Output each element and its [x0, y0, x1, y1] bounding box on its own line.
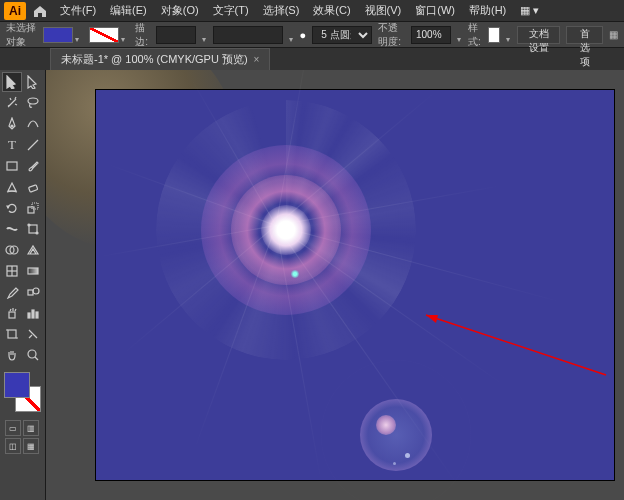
direct-selection-tool[interactable]	[23, 72, 43, 92]
menu-file[interactable]: 文件(F)	[54, 1, 102, 20]
style-dropdown-icon[interactable]	[506, 32, 511, 38]
slice-tool[interactable]	[23, 324, 43, 344]
flare-rays	[276, 225, 277, 226]
brush-input[interactable]	[213, 26, 283, 44]
svg-point-17	[33, 288, 39, 294]
fill-dropdown-icon[interactable]	[75, 32, 83, 38]
svg-point-0	[28, 98, 38, 104]
menu-help[interactable]: 帮助(H)	[463, 1, 512, 20]
type-tool[interactable]: T	[2, 135, 22, 155]
svg-point-1	[11, 125, 13, 127]
lasso-tool[interactable]	[23, 93, 43, 113]
menu-bar: Ai 文件(F) 编辑(E) 对象(O) 文字(T) 选择(S) 效果(C) 视…	[0, 0, 624, 22]
svg-line-26	[35, 357, 38, 360]
home-icon[interactable]	[32, 3, 48, 19]
stroke-weight-input[interactable]	[156, 26, 196, 44]
menu-object[interactable]: 对象(O)	[155, 1, 205, 20]
shaper-tool[interactable]	[2, 177, 22, 197]
svg-point-25	[28, 350, 36, 358]
tab-close-icon[interactable]: ×	[254, 54, 260, 65]
width-tool[interactable]	[2, 219, 22, 239]
document-tab[interactable]: 未标题-1* @ 100% (CMYK/GPU 预览) ×	[50, 48, 270, 70]
svg-rect-21	[36, 312, 38, 318]
svg-rect-3	[7, 162, 17, 170]
menu-type[interactable]: 文字(T)	[207, 1, 255, 20]
canvas-area[interactable]	[46, 70, 624, 500]
svg-marker-28	[426, 315, 438, 323]
curvature-tool[interactable]	[23, 114, 43, 134]
artboard[interactable]	[96, 90, 614, 480]
rectangle-tool[interactable]	[2, 156, 22, 176]
panel-toggle-icon[interactable]: ▦	[609, 29, 618, 40]
svg-rect-4	[29, 185, 38, 192]
selection-tool[interactable]	[2, 72, 22, 92]
graph-tool[interactable]	[23, 303, 43, 323]
draw-mode-b[interactable]: ▥	[23, 420, 39, 436]
menu-arrange[interactable]: ▦ ▾	[514, 2, 545, 19]
svg-rect-7	[29, 225, 37, 233]
svg-rect-5	[28, 207, 34, 213]
svg-rect-6	[32, 203, 38, 209]
rotate-tool[interactable]	[2, 198, 22, 218]
mesh-tool[interactable]	[2, 261, 22, 281]
menu-window[interactable]: 窗口(W)	[409, 1, 461, 20]
symbol-sprayer-tool[interactable]	[2, 303, 22, 323]
fill-color-swatch[interactable]	[4, 372, 30, 398]
brush-dropdown-icon[interactable]	[289, 32, 294, 38]
menu-edit[interactable]: 编辑(E)	[104, 1, 153, 20]
style-label: 样式:	[468, 21, 482, 49]
menu-effect[interactable]: 效果(C)	[307, 1, 356, 20]
fill-swatch[interactable]	[43, 27, 73, 43]
menu-select[interactable]: 选择(S)	[257, 1, 306, 20]
stroke-label: 描边:	[135, 21, 149, 49]
svg-rect-22	[8, 330, 16, 338]
svg-point-9	[36, 232, 38, 234]
line-tool[interactable]	[23, 135, 43, 155]
svg-rect-20	[32, 310, 34, 318]
hand-tool[interactable]	[2, 345, 22, 365]
svg-rect-16	[28, 290, 33, 295]
svg-rect-19	[28, 313, 30, 318]
artboard-tool[interactable]	[2, 324, 22, 344]
screen-mode-b[interactable]: ▦	[23, 438, 39, 454]
fill-stroke-control[interactable]	[4, 372, 41, 412]
work-area: T ▭ ▥ ◫ ▦	[0, 70, 624, 500]
style-swatch[interactable]	[488, 27, 500, 43]
free-transform-tool[interactable]	[23, 219, 43, 239]
stroke-dropdown-icon[interactable]	[121, 32, 129, 38]
selection-status: 未选择对象	[6, 21, 37, 49]
svg-point-8	[28, 224, 30, 226]
stroke-swatch[interactable]	[89, 27, 119, 43]
opacity-input[interactable]	[411, 26, 451, 44]
menu-view[interactable]: 视图(V)	[359, 1, 408, 20]
gradient-tool[interactable]	[23, 261, 43, 281]
flare-spot	[291, 270, 299, 278]
preferences-button[interactable]: 首选项	[566, 26, 603, 44]
opacity-label: 不透明度:	[378, 21, 405, 49]
tab-title: 未标题-1* @ 100% (CMYK/GPU 预览)	[61, 52, 248, 67]
doc-setup-button[interactable]: 文档设置	[517, 26, 560, 44]
svg-rect-15	[28, 268, 38, 274]
stroke-weight-dropdown-icon[interactable]	[202, 32, 207, 38]
perspective-tool[interactable]	[23, 240, 43, 260]
opacity-dropdown-icon[interactable]	[457, 32, 462, 38]
eyedropper-tool[interactable]	[2, 282, 22, 302]
lens-flare-secondary	[321, 360, 471, 500]
blend-tool[interactable]	[23, 282, 43, 302]
screen-mode-a[interactable]: ◫	[5, 438, 21, 454]
draw-mode-a[interactable]: ▭	[5, 420, 21, 436]
shape-builder-tool[interactable]	[2, 240, 22, 260]
tool-panel: T ▭ ▥ ◫ ▦	[0, 70, 46, 500]
svg-rect-18	[9, 312, 15, 318]
paintbrush-tool[interactable]	[23, 156, 43, 176]
app-logo: Ai	[4, 2, 26, 20]
magic-wand-tool[interactable]	[2, 93, 22, 113]
scale-tool[interactable]	[23, 198, 43, 218]
pen-tool[interactable]	[2, 114, 22, 134]
options-bar: 未选择对象 描边: ● 5 点圆形 不透明度: 样式: 文档设置 首选项 ▦	[0, 22, 624, 48]
eraser-tool[interactable]	[23, 177, 43, 197]
zoom-tool[interactable]	[23, 345, 43, 365]
point-shape-select[interactable]: 5 点圆形	[312, 26, 372, 44]
svg-line-2	[28, 140, 38, 150]
